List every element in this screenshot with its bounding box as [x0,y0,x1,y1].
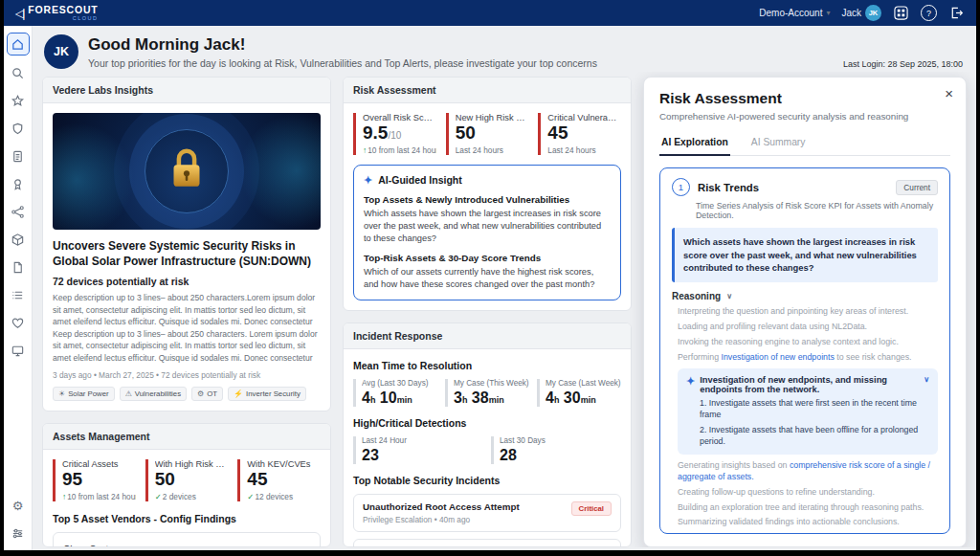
star-icon[interactable] [8,90,29,111]
close-icon[interactable]: × [945,86,953,100]
ai-exploration-box: 1 Risk Trends Current Time Series Analys… [659,167,950,534]
account-name: Demo-Account [759,8,822,18]
incident-card-title: Incident Response [344,323,631,349]
tag-solar-power[interactable]: ☀Solar Power [53,387,115,401]
exploration-question: Which assets have shown the largest incr… [672,228,938,282]
tag-inverter-security[interactable]: ⚡Inverter Security [228,387,306,401]
insight-question-1-text[interactable]: Which assets have shown the largest incr… [364,208,611,245]
greeting-subtitle: Your top priorities for the day is looki… [88,57,597,69]
home-icon[interactable] [7,33,30,56]
health-icon[interactable] [8,312,29,333]
chevron-down-icon: ∨ [924,375,929,384]
ai-insight-title: AI-Guided Insight [378,174,462,186]
insight-question-1-title[interactable]: Top Assets & Newly Introduced Vulnerabil… [364,194,611,205]
tag-ot[interactable]: ⚙OT [191,387,223,401]
incidents-section-title: Top Notable Security Incidents [353,475,621,486]
chevron-down-icon: ∨ [726,292,732,300]
up-arrow-icon: ↑ [363,145,367,155]
step-number: 1 [672,178,690,196]
document-icon[interactable] [8,256,29,278]
tab-ai-summary[interactable]: AI Summary [749,131,808,155]
devices-icon[interactable] [8,340,29,361]
last-login: Last Login: 28 Sep 2025, 18:00 [843,59,963,69]
sliders-icon[interactable] [8,523,29,544]
vendors-table: Cisco System 87findings Microsoft Corpor… [53,532,321,547]
article-tags: ☀Solar Power ⚠Vulnerabilities ⚙OT ⚡Inver… [53,387,321,401]
detections-24h: Last 24 Hour 23 [353,436,483,464]
app-window: ◁| FORESCOUT CLOUD Demo-Account ▾ Jack J… [4,0,976,550]
panel-subtitle: Comprehensive AI-powered security analys… [659,111,950,122]
mttr-avg: Avg (Last 30 Days) 4h 10min [353,379,437,407]
investigation-item[interactable]: 2. Investigate assets that have been off… [686,425,929,448]
stat-high-risk-score: With High Risk Score 50 ✓2 devices [145,459,229,501]
article-description: Keep description up to 3 lines– about 25… [53,292,321,364]
risk-assessment-panel: × Risk Assessment Comprehensive AI-power… [643,77,967,547]
reasoning-line: Building an exploration tree and iterati… [678,502,938,514]
mttr-this-week: My Case (This Week) 3h 38min [445,379,529,407]
vedere-card-title: Vedere Labs Insights [43,78,330,103]
insight-question-2-title[interactable]: Top-Risk Assets & 30-Day Score Trends [364,253,611,263]
settings-gear-icon[interactable]: ⚙ [8,495,29,516]
reasoning-line: Performing Investigation of new endpoint… [678,352,938,364]
status-badge: Critical [571,501,612,516]
page-title: Good Morning Jack! [88,35,597,55]
panel-title: Risk Assessment [659,90,950,107]
top-bar: ◁| FORESCOUT CLOUD Demo-Account ▾ Jack J… [4,0,976,26]
account-dropdown[interactable]: Demo-Account ▾ [759,8,830,18]
shield-icon[interactable] [8,118,29,139]
reasoning-steps: Interpreting the question and pinpointin… [672,306,938,528]
vendors-section-title: Top 5 Asset Vendors - Config Findings [53,513,321,524]
up-arrow-icon: ↑ [62,492,66,501]
insight-question-2-text[interactable]: Which of our assets currently have the h… [364,266,611,291]
apps-grid-icon[interactable] [893,5,909,21]
list-item[interactable]: Unauthorized Root Access AttemptPrivileg… [353,494,621,532]
network-icon[interactable] [8,201,29,222]
assets-card-title: Assets Management [43,424,330,450]
brand-sub: CLOUD [73,16,99,22]
greeting-header: JK Good Morning Jack! Your top prioritie… [33,26,976,72]
assets-cube-icon[interactable] [8,229,29,250]
reasoning-line: Invoking the reasoning engine to analyse… [678,337,938,348]
incident-response-card: Incident Response Mean Time to Resolutio… [343,322,632,547]
stat-critical-vulnerabilities: Critical Vulnerabilities 45 Last 24 hour… [538,113,621,155]
reasoning-line: Generating insights based on comprehensi… [678,460,938,483]
detections-section-title: High/Critical Detections [353,417,621,429]
devices-at-risk: 72 devices potentially at risk [53,276,321,287]
gear-icon: ⚙ [197,389,204,398]
vedere-labs-card: Vedere Labs Insights [42,77,331,411]
detections-30d: Last 30 Days 28 [491,436,621,464]
padlock-icon [161,143,212,198]
article-meta: 3 days ago • March 27, 2025 • 72 devices… [53,370,321,380]
help-icon[interactable]: ? [921,5,937,21]
status-badge: Critical [571,546,612,547]
investigation-box: ✦ Investigation of new endpoints, and mi… [678,368,938,455]
bolt-icon: ⚡ [234,389,243,398]
reasoning-toggle[interactable]: Reasoning ∨ [672,291,938,301]
table-row[interactable]: Cisco System 87findings [54,533,320,547]
reasoning-line: Creating follow-up questions to refine u… [678,487,938,499]
step-title: Risk Trends [698,182,759,193]
tag-vulnerabilities[interactable]: ⚠Vulnerabilities [120,387,187,401]
tab-ai-exploration[interactable]: AI Exploration [659,131,730,156]
investigation-item[interactable]: 1. Investigate assets that were first se… [686,398,929,421]
brand-name: FORESCOUT [28,5,98,15]
investigation-toggle[interactable]: ✦ Investigation of new endpoints, and mi… [686,375,929,394]
risk-card-title: Risk Assessment [344,78,631,103]
list-item[interactable]: Suspicious API Activity PatternAPI Abuse… [353,539,621,547]
ai-guided-insight-box: ✦ AI-Guided Insight Top Assets & Newly I… [353,165,621,300]
list-icon[interactable] [8,284,29,305]
logout-icon[interactable] [948,5,965,21]
avatar: JK [44,34,78,69]
report-icon[interactable] [8,145,29,167]
step-description: Time Series Analysis of Risk Score KPI f… [696,201,938,220]
user-menu[interactable]: Jack JK [841,5,881,21]
current-badge[interactable]: Current [896,180,938,195]
user-avatar: JK [865,5,881,21]
chevron-down-icon: ▾ [826,9,830,17]
check-icon: ✓ [247,492,254,501]
badge-icon[interactable] [8,173,29,194]
search-icon[interactable] [8,62,29,83]
user-name: Jack [841,8,861,18]
article-headline[interactable]: Uncovers Severe Systemic Security Risks … [53,238,321,269]
forescout-logo[interactable]: ◁| FORESCOUT CLOUD [15,5,98,21]
